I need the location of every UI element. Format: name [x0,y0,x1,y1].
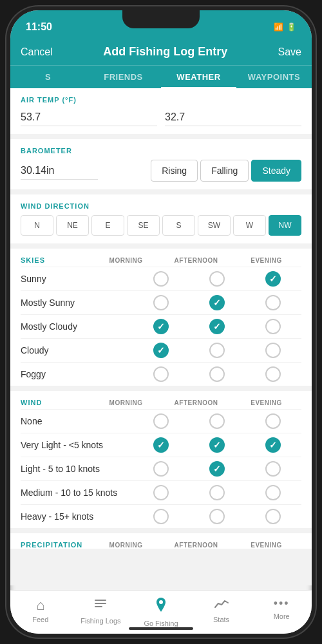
wind-section: WIND MORNING AFTERNOON EVENING None Very… [10,391,312,528]
wind-heavy-afternoon[interactable] [189,509,245,524]
wind-light-morning-radio[interactable] [153,461,169,477]
skies-mostly-sunny-evening-radio[interactable] [265,295,281,310]
skies-mostly-cloudy-morning[interactable] [133,319,189,334]
precipitation-section: PRECIPITATION MORNING AFTERNOON EVENING [10,533,312,549]
wind-light-row: Light - 5 to 10 knots [21,457,301,480]
skies-cloudy-afternoon-radio[interactable] [209,343,225,358]
wind-e[interactable]: E [91,215,124,236]
wind-light-afternoon[interactable] [189,461,245,477]
skies-mostly-cloudy-evening[interactable] [245,319,301,334]
more-icon: ••• [274,597,290,611]
wind-very-light-morning[interactable] [133,437,189,453]
wind-none-morning[interactable] [133,413,189,429]
wind-very-light-evening-radio[interactable] [265,437,281,453]
wind-evening-header: EVENING [231,399,301,406]
wind-n[interactable]: N [21,215,53,236]
nav-feed[interactable]: ⌂ Feed [10,596,71,623]
wind-none-evening-radio[interactable] [265,413,281,429]
skies-mostly-cloudy-afternoon[interactable] [189,319,245,334]
wind-heavy-afternoon-radio[interactable] [209,509,225,524]
wind-nw[interactable]: NW [269,215,301,236]
precip-morning-header: MORNING [91,542,161,549]
wind-very-light-afternoon-radio[interactable] [209,437,225,453]
skies-foggy-afternoon-radio[interactable] [209,366,225,382]
wifi-icon: 📶 [274,23,283,32]
skies-cloudy-morning-radio[interactable] [153,343,169,358]
skies-mostly-sunny-morning-radio[interactable] [153,295,169,310]
wind-medium-afternoon[interactable] [189,485,245,500]
skies-cloudy-evening[interactable] [245,343,301,358]
wind-w[interactable]: W [233,215,266,236]
wind-medium-evening[interactable] [245,485,301,500]
wind-s[interactable]: S [162,215,195,236]
barometer-label: BAROMETER [21,147,301,155]
tab-friends[interactable]: FRIENDS [86,66,161,88]
skies-mostly-sunny-evening[interactable] [245,295,301,310]
wind-none-afternoon[interactable] [189,413,245,429]
skies-sunny-afternoon-radio[interactable] [209,271,225,287]
steady-button[interactable]: Steady [251,160,301,182]
wind-medium-evening-radio[interactable] [265,485,281,500]
skies-mostly-sunny-morning[interactable] [133,295,189,310]
wind-light-afternoon-radio[interactable] [209,461,225,477]
nav-more[interactable]: ••• More [251,596,312,620]
skies-foggy-evening[interactable] [245,366,301,382]
skies-mostly-sunny-afternoon[interactable] [189,295,245,310]
barometer-input[interactable] [21,162,98,180]
tab-weather[interactable]: WEATHER [161,66,236,88]
skies-mostly-cloudy-afternoon-radio[interactable] [209,319,225,334]
wind-very-light-afternoon[interactable] [189,437,245,453]
skies-sunny-evening-radio[interactable] [265,271,281,287]
skies-foggy-afternoon[interactable] [189,366,245,382]
save-button[interactable]: Save [278,46,301,58]
tab-s[interactable]: S [10,66,86,88]
skies-foggy-morning-radio[interactable] [153,366,169,382]
skies-sunny-evening[interactable] [245,271,301,287]
skies-sunny-morning[interactable] [133,271,189,287]
battery-icon: 🔋 [287,23,296,32]
wind-heavy-morning[interactable] [133,509,189,524]
wind-none-afternoon-radio[interactable] [209,413,225,429]
skies-cloudy-label: Cloudy [21,345,133,355]
wind-heavy-evening[interactable] [245,509,301,524]
wind-medium-afternoon-radio[interactable] [209,485,225,500]
wind-none-evening[interactable] [245,413,301,429]
skies-cloudy-evening-radio[interactable] [265,343,281,358]
skies-cloudy-morning[interactable] [133,343,189,358]
fishing-logs-icon [93,597,108,615]
rising-button[interactable]: Rising [151,160,198,182]
wind-very-light-morning-radio[interactable] [153,437,169,453]
wind-medium-morning[interactable] [133,485,189,500]
skies-mostly-sunny-row: Mostly Sunny [21,290,301,314]
wind-light-evening[interactable] [245,461,301,477]
air-temp-input-2[interactable] [165,109,301,126]
status-icons: 📶 🔋 [274,23,296,32]
skies-foggy-morning[interactable] [133,366,189,382]
skies-mostly-sunny-afternoon-radio[interactable] [209,295,225,310]
wind-heavy-evening-radio[interactable] [265,509,281,524]
nav-fishing-logs[interactable]: Fishing Logs [71,596,131,625]
wind-light-morning[interactable] [133,461,189,477]
tab-waypoints[interactable]: WAYPOINTS [236,66,312,88]
wind-very-light-evening[interactable] [245,437,301,453]
wind-none-morning-radio[interactable] [153,413,169,429]
wind-sw[interactable]: SW [198,215,231,236]
wind-ne[interactable]: NE [56,215,89,236]
skies-mostly-cloudy-evening-radio[interactable] [265,319,281,334]
skies-sunny-morning-radio[interactable] [153,271,169,287]
air-temp-input-1[interactable] [21,109,157,126]
wind-se[interactable]: SE [127,215,160,236]
nav-go-fishing[interactable]: Go Fishing [131,596,191,627]
nav-stats[interactable]: Stats [191,596,252,623]
skies-cloudy-row: Cloudy [21,338,301,362]
cancel-button[interactable]: Cancel [21,46,53,58]
wind-heavy-morning-radio[interactable] [153,509,169,524]
falling-button[interactable]: Falling [200,160,249,182]
skies-sunny-afternoon[interactable] [189,271,245,287]
wind-medium-morning-radio[interactable] [153,485,169,500]
skies-mostly-cloudy-morning-radio[interactable] [153,319,169,334]
skies-foggy-evening-radio[interactable] [265,366,281,382]
wind-light-evening-radio[interactable] [265,461,281,477]
wind-medium-row: Medium - 10 to 15 knots [21,480,301,504]
skies-cloudy-afternoon[interactable] [189,343,245,358]
